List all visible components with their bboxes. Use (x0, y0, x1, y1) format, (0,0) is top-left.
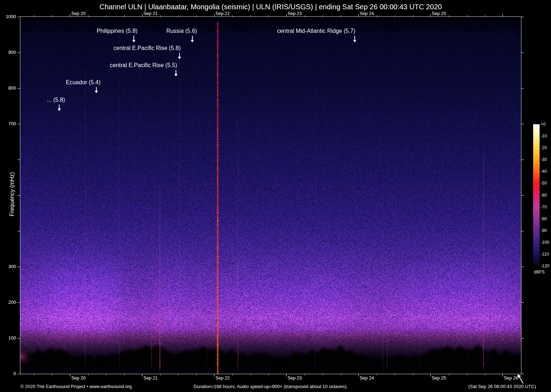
event-annotation-arrow-icon (173, 70, 178, 77)
x-major-tick-top (358, 14, 359, 17)
x-minor-tick-bottom (106, 374, 106, 375)
x-tick-label-bottom: Sep 24 (360, 376, 374, 381)
spectrogram-canvas (20, 17, 521, 374)
x-minor-tick-bottom (377, 374, 377, 375)
colorbar-tick-label: -60 (541, 193, 547, 198)
event-annotation-label: central Mid-Atlantic Ridge (5.7) (223, 28, 409, 34)
colorbar-tick-label: -110 (541, 252, 549, 257)
x-tick-label-top: Sep 21 (143, 11, 158, 16)
y-tick-label: 100 (2, 335, 16, 341)
event-annotation-label: Ecuador (5.4) (0, 79, 176, 86)
y-tick-left (17, 338, 20, 338)
y-tick-label: 300 (2, 264, 16, 269)
x-minor-tick-top (377, 15, 377, 17)
colorbar-tick-label: +0 (541, 122, 546, 127)
y-tick-left (17, 52, 20, 53)
y-tick-left (17, 267, 20, 267)
x-tick-label-bottom: Sep 21 (143, 376, 158, 381)
x-major-tick-top (430, 14, 431, 17)
x-tick-label-top: Sep 22 (216, 11, 230, 16)
x-minor-tick-top (160, 15, 161, 17)
x-minor-tick-top (305, 15, 305, 17)
x-minor-tick-top (178, 15, 178, 17)
event-annotation-arrow-icon (190, 36, 195, 43)
x-minor-tick-bottom (323, 374, 323, 375)
event-annotation-arrow-icon (352, 36, 357, 43)
x-major-tick-top (70, 14, 70, 17)
x-minor-tick-bottom (341, 374, 341, 375)
y-tick-left (17, 124, 20, 124)
y-tick-label: 900 (2, 50, 16, 55)
y-tick-label: 0 (2, 371, 16, 376)
y-axis-title: Frequency (mHz) (9, 169, 15, 219)
x-minor-tick-bottom (232, 374, 233, 375)
x-tick-label-bottom: Sep 25 (432, 376, 446, 381)
x-major-tick-top (286, 14, 287, 17)
y-tick-right (521, 302, 524, 303)
colorbar-tick-label: -120 (541, 263, 549, 268)
x-minor-tick-bottom (268, 374, 269, 375)
x-minor-tick-top (34, 15, 34, 17)
colorbar-tick-label: -10 (541, 134, 547, 139)
y-tick-left (17, 195, 20, 196)
y-tick-label: 700 (2, 121, 16, 126)
event-annotation-arrow-icon (131, 36, 136, 43)
x-minor-tick-bottom (124, 374, 125, 375)
x-minor-tick-bottom (196, 374, 197, 375)
y-tick-right (521, 17, 524, 17)
y-tick-label: 200 (2, 300, 16, 305)
x-minor-tick-top (251, 15, 251, 17)
page-title: Channel ULN | Ulaanbaatar, Mongolia (sei… (20, 3, 521, 11)
x-minor-tick-top (467, 15, 467, 17)
x-major-tick-bottom (286, 374, 287, 377)
x-minor-tick-top (124, 15, 125, 17)
y-tick-right (521, 124, 524, 124)
x-minor-tick-bottom (467, 374, 467, 375)
x-minor-tick-top (268, 15, 269, 17)
colorbar-tick-label: -30 (541, 157, 547, 162)
x-minor-tick-top (341, 15, 341, 17)
x-major-tick-bottom (142, 374, 142, 377)
footer-duration: Duration=168 hours. Audio speed-up=900× … (20, 384, 521, 389)
y-tick-right (521, 88, 524, 89)
x-tick-label-bottom: Sep 22 (216, 376, 230, 381)
x-major-tick-bottom (430, 374, 431, 377)
colorbar-unit-label: dBFS (531, 270, 547, 275)
x-tick-label-bottom: Sep 20 (71, 376, 86, 381)
x-minor-tick-bottom (395, 374, 395, 375)
x-tick-label-bottom: Sep 23 (288, 376, 302, 381)
footer-render-timestamp: (Sat Sep 26 08:00:43 2020 UTC) (468, 384, 536, 389)
x-minor-tick-bottom (52, 374, 52, 375)
y-tick-left (17, 374, 20, 374)
x-tick-label-top: Sep 23 (288, 11, 302, 16)
colorbar-tick-label: -80 (541, 216, 547, 221)
y-tick-right (521, 195, 524, 196)
x-tick-label-top: Sep 24 (360, 11, 374, 16)
x-major-tick-top (214, 14, 214, 17)
x-minor-tick-bottom (305, 374, 305, 375)
x-minor-tick-top (449, 15, 449, 17)
x-minor-tick-top (52, 15, 52, 17)
y-tick-right (521, 160, 524, 160)
x-minor-tick-top (485, 15, 485, 17)
x-minor-tick-top (232, 15, 233, 17)
x-minor-tick-bottom (485, 374, 485, 375)
y-tick-left (17, 17, 20, 17)
x-minor-tick-top (323, 15, 323, 17)
colorbar-tick-label: -90 (541, 228, 547, 233)
event-annotation-arrow-icon (94, 87, 99, 94)
event-annotation-label: central E.Pacific Rise (5.8) (54, 45, 240, 51)
y-tick-label: 1000 (2, 14, 16, 19)
y-tick-left (17, 302, 20, 303)
y-tick-right (521, 231, 524, 231)
colorbar (533, 124, 540, 266)
x-minor-tick-top (395, 15, 395, 17)
x-minor-tick-top (106, 15, 106, 17)
y-tick-right (521, 52, 524, 53)
mouse-cursor-icon (516, 373, 526, 385)
x-major-tick-bottom (70, 374, 70, 377)
x-minor-tick-bottom (251, 374, 251, 375)
colorbar-tick-label: -20 (541, 145, 547, 150)
y-tick-label: 800 (2, 85, 16, 91)
colorbar-tick-label: -70 (541, 205, 547, 210)
